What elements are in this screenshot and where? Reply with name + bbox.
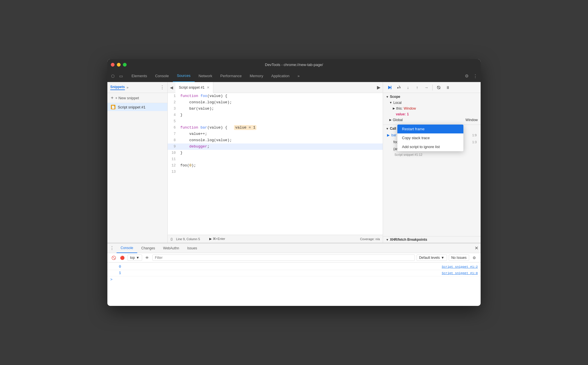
code-line-11: 11 — [168, 156, 383, 162]
console-top-label: top — [130, 256, 135, 260]
tab-memory[interactable]: Memory — [246, 70, 267, 82]
tab-elements[interactable]: Elements — [127, 70, 151, 82]
console-log-value-0: 0 — [119, 265, 127, 269]
console-top-dropdown[interactable]: top ▼ — [127, 255, 142, 261]
editor-tab[interactable]: Script snippet #1 ✕ — [175, 82, 213, 93]
console-eye-icon[interactable]: 👁 — [144, 254, 151, 261]
step-out-button[interactable]: ↑ — [413, 84, 421, 91]
scope-content: ▼ Local ▶ this: Window value: 1 — [386, 99, 478, 123]
console-prompt[interactable]: > — [107, 276, 481, 283]
scope-local-items: ▶ this: Window value: 1 — [389, 106, 478, 117]
console-settings-icon[interactable]: ⚙ — [471, 254, 478, 261]
step-into-button[interactable]: ↓ — [404, 84, 412, 91]
tab-bar-icons: ⬡ ▭ — [110, 73, 124, 79]
line-num-12: 12 — [168, 162, 179, 169]
editor-tab-close-icon[interactable]: ✕ — [207, 86, 210, 90]
code-line-2: 2 console.log(value); — [168, 99, 383, 106]
minimize-button[interactable] — [117, 63, 121, 67]
console-toolbar: 🚫 🔴 top ▼ 👁 Default levels ▼ No Issues ⚙ — [107, 253, 481, 263]
context-menu-ignore[interactable]: Add script to ignore list — [397, 142, 463, 151]
code-line-1: 1 function foo(value) { — [168, 93, 383, 99]
select-icon[interactable]: ⬡ — [110, 73, 116, 79]
console-tab-webauthn[interactable]: WebAuthn — [159, 243, 183, 253]
close-button[interactable] — [111, 63, 115, 67]
step-button[interactable]: → — [423, 84, 430, 91]
new-snippet-button[interactable]: + + New snippet — [107, 93, 167, 103]
console-log-src-1[interactable]: Script snippet #1:8 — [442, 271, 478, 275]
console-levels-arrow: ▼ — [441, 256, 444, 260]
console-filter-icon[interactable]: 🔴 — [119, 254, 126, 261]
line-content-3: bar(value); — [179, 106, 383, 112]
context-menu-restart[interactable]: Restart frame — [397, 125, 463, 133]
console-close-icon[interactable]: ✕ — [475, 245, 478, 251]
more-icon[interactable]: ⋮ — [472, 73, 478, 79]
console-tab-issues[interactable]: Issues — [183, 243, 201, 253]
tab-more[interactable]: » — [293, 70, 303, 82]
sidebar: Snippets » ⋮ + + New snippet 📄 Script sn… — [107, 82, 168, 243]
maximize-button[interactable] — [123, 63, 127, 67]
scope-section: ▼ Scope ▼ Local ▶ this: Window — [383, 93, 481, 125]
line-num-6: 6 — [168, 125, 179, 131]
code-line-4: 4 } — [168, 112, 383, 118]
scope-local-label: Local — [393, 100, 402, 106]
xhr-section: ▼ XHR/fetch Breakpoints — [383, 236, 481, 243]
tab-console[interactable]: Console — [151, 70, 173, 82]
line-num-1: 1 — [168, 93, 179, 99]
console-filter-input[interactable] — [152, 255, 415, 261]
this-expand-icon[interactable]: ▶ — [393, 106, 395, 111]
console-area: ⋮ Console Changes WebAuthn Issues ✕ 🚫 🔴 … — [107, 243, 481, 306]
console-log-1: 1 Script snippet #1:8 — [107, 270, 481, 276]
callstack-arrow-icon: ▶ — [387, 132, 390, 138]
global-expand-icon[interactable]: ▶ — [389, 117, 392, 123]
line-content-7: value++; — [179, 131, 383, 137]
code-editor[interactable]: 1 function foo(value) { 2 console.log(va… — [168, 93, 383, 235]
svg-marker-0 — [388, 86, 391, 89]
tab-network[interactable]: Network — [195, 70, 216, 82]
plus-icon: + — [111, 95, 113, 100]
xhr-title[interactable]: ▼ XHR/fetch Breakpoints — [386, 238, 478, 242]
sidebar-more-icon[interactable]: » — [127, 86, 129, 90]
format-icon[interactable]: {} — [171, 237, 173, 241]
line-content-9: debugger; — [179, 143, 383, 150]
run-shortcut: ⌘+Enter — [213, 237, 225, 241]
resume-button[interactable] — [386, 84, 393, 91]
console-log-src-0[interactable]: Script snippet #1:2 — [442, 265, 478, 269]
pause-on-exceptions-button[interactable]: ⏸ — [444, 84, 452, 91]
editor-run-button[interactable]: ▶ — [377, 85, 380, 90]
callstack-snippet-label: Script snippet #1:12 — [394, 153, 422, 156]
console-issues-button[interactable]: No Issues — [449, 255, 469, 261]
editor-nav-icon[interactable]: ◀ — [170, 85, 173, 90]
line-num-4: 4 — [168, 112, 179, 118]
snippet-item[interactable]: 📄 Script snippet #1 — [107, 103, 167, 111]
deactivate-breakpoints-button[interactable] — [435, 84, 442, 91]
scope-collapse-icon: ▼ — [386, 95, 389, 98]
scope-title[interactable]: ▼ Scope — [386, 95, 478, 99]
code-line-6: 6 function bar(value) { value = 1 — [168, 125, 383, 131]
run-hint: ▶ ⌘+Enter — [209, 237, 225, 241]
step-over-button[interactable] — [395, 84, 403, 91]
tab-performance[interactable]: Performance — [216, 70, 245, 82]
sidebar-menu-button[interactable]: ⋮ — [160, 85, 165, 90]
tab-application[interactable]: Application — [267, 70, 294, 82]
line-num-8: 8 — [168, 137, 179, 143]
context-menu-copy-stack[interactable]: Copy stack trace — [397, 133, 463, 142]
device-icon[interactable]: ▭ — [118, 73, 124, 79]
scope-this-item: ▶ this: Window — [393, 106, 478, 111]
settings-icon[interactable]: ⚙ — [463, 73, 470, 79]
console-menu-icon[interactable]: ⋮ — [110, 245, 114, 251]
callstack-collapse-icon: ▼ — [386, 127, 389, 130]
tab-sources[interactable]: Sources — [173, 70, 195, 82]
editor-tab-bar: ◀ Script snippet #1 ✕ ▶ — [168, 82, 383, 93]
console-dropdown-arrow: ▼ — [136, 256, 140, 260]
local-collapse-icon[interactable]: ▼ — [389, 100, 392, 106]
console-tab-console[interactable]: Console — [117, 243, 137, 253]
line-num-10: 10 — [168, 150, 179, 156]
run-icon: ▶ — [209, 237, 212, 241]
console-levels-dropdown[interactable]: Default levels ▼ — [417, 255, 447, 261]
console-clear-button[interactable]: 🚫 — [110, 254, 117, 261]
code-line-12: 12 foo(0); — [168, 162, 383, 169]
svg-rect-1 — [391, 86, 391, 89]
console-tab-changes[interactable]: Changes — [137, 243, 159, 253]
code-line-3: 3 bar(value); — [168, 106, 383, 112]
debug-toolbar: ↓ ↑ → ⏸ — [383, 82, 481, 93]
